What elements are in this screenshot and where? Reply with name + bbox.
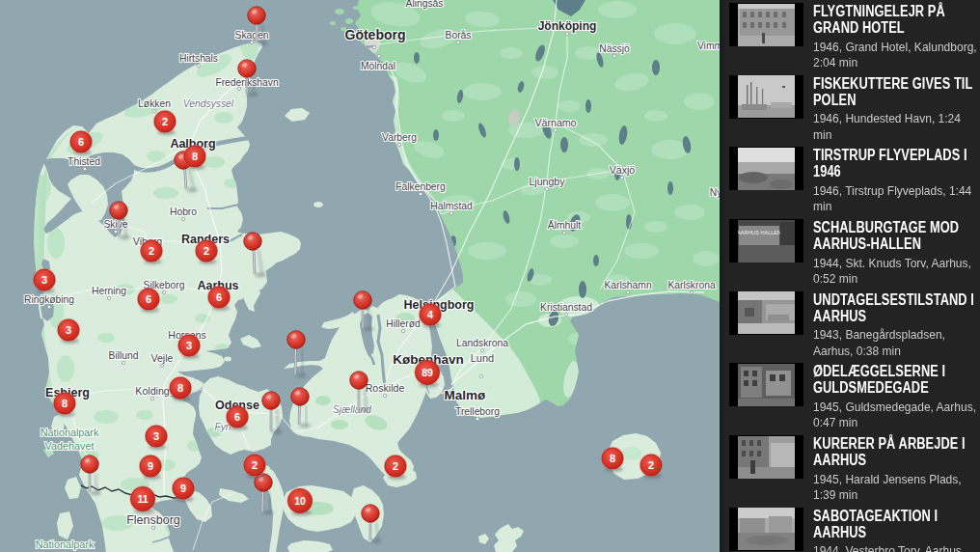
svg-text:Flensborg: Flensborg (126, 513, 180, 527)
svg-text:Kolding: Kolding (135, 385, 169, 397)
svg-text:8: 8 (610, 453, 615, 464)
svg-text:2: 2 (252, 459, 258, 471)
svg-text:2: 2 (393, 460, 398, 472)
svg-text:Malmø: Malmø (445, 388, 487, 402)
svg-text:Mölndal: Mölndal (361, 61, 395, 71)
svg-text:Herning: Herning (92, 286, 126, 296)
svg-text:Karlshamn: Karlshamn (604, 280, 651, 290)
svg-text:Roskilde: Roskilde (366, 382, 405, 394)
svg-text:Göteborg: Göteborg (345, 27, 406, 42)
svg-text:Kristianstad: Kristianstad (540, 302, 592, 313)
svg-text:Älmhult: Älmhult (548, 220, 581, 231)
svg-text:Vejle: Vejle (151, 352, 174, 364)
svg-text:Jönköping: Jönköping (538, 19, 597, 33)
svg-text:2: 2 (204, 245, 209, 257)
svg-text:Vendsyssel: Vendsyssel (183, 98, 234, 109)
svg-text:Nationalpark: Nationalpark (41, 427, 99, 438)
svg-text:Falkenberg: Falkenberg (395, 181, 446, 192)
svg-text:Växjö: Växjö (610, 164, 636, 176)
svg-text:Nässjö: Nässjö (599, 43, 630, 54)
svg-text:Vimm: Vimm (697, 41, 720, 51)
svg-text:3: 3 (41, 274, 47, 286)
svg-text:Billund: Billund (109, 350, 139, 361)
svg-text:Borås: Borås (446, 30, 472, 41)
svg-text:8: 8 (177, 382, 183, 394)
svg-text:3: 3 (66, 324, 71, 336)
svg-text:89: 89 (422, 367, 433, 378)
svg-text:Hillerød: Hillerød (386, 318, 421, 329)
svg-text:Alingsås: Alingsås (406, 0, 444, 9)
svg-text:10: 10 (294, 495, 306, 507)
svg-text:Ny: Ny (710, 187, 720, 198)
svg-text:6: 6 (234, 411, 240, 423)
svg-text:9: 9 (148, 460, 153, 472)
svg-text:2: 2 (648, 459, 654, 471)
svg-text:3: 3 (186, 340, 192, 351)
svg-text:6: 6 (146, 293, 151, 305)
svg-text:8: 8 (62, 398, 68, 409)
svg-text:Nationalpark: Nationalpark (36, 538, 95, 550)
svg-text:AARHUS HALLEN: AARHUS HALLEN (738, 230, 781, 235)
svg-text:Varberg: Varberg (382, 132, 417, 143)
svg-text:8: 8 (192, 151, 198, 162)
svg-text:3: 3 (153, 430, 159, 442)
svg-text:Trelleborg: Trelleborg (455, 406, 500, 417)
svg-text:Ljungby: Ljungby (529, 176, 565, 187)
svg-text:Karlskrona: Karlskrona (667, 280, 715, 290)
svg-text:9: 9 (180, 483, 186, 494)
svg-text:Värnamo: Värnamo (535, 117, 577, 128)
svg-text:2: 2 (162, 116, 168, 127)
svg-text:Hirtshals: Hirtshals (179, 53, 218, 64)
svg-text:11: 11 (137, 493, 148, 505)
svg-text:2: 2 (149, 245, 154, 257)
svg-text:Thisted: Thisted (68, 156, 100, 167)
svg-text:Løkken: Løkken (138, 98, 171, 109)
svg-text:Lund: Lund (471, 352, 494, 364)
svg-text:Halmstad: Halmstad (430, 201, 473, 211)
svg-text:Hobro: Hobro (170, 207, 197, 217)
svg-text:6: 6 (216, 291, 222, 303)
svg-text:Vadehavet: Vadehavet (45, 440, 95, 452)
svg-text:Landskrona: Landskrona (456, 338, 508, 348)
svg-text:Ringkøbing: Ringkøbing (24, 294, 74, 305)
svg-text:4: 4 (427, 309, 434, 320)
svg-text:6: 6 (78, 136, 84, 148)
